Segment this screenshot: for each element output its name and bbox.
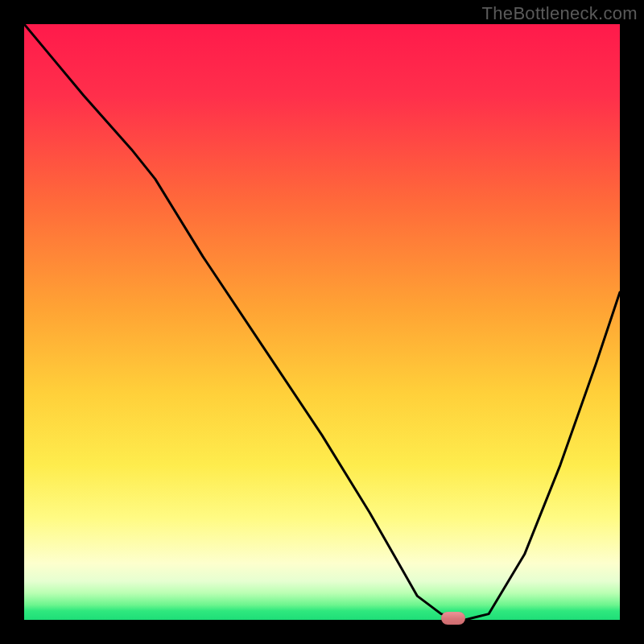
current-marker (441, 612, 465, 625)
watermark-text: TheBottleneck.com (482, 3, 638, 24)
gradient-background (24, 24, 620, 620)
chart-canvas (0, 0, 644, 644)
chart-root: TheBottleneck.com (0, 0, 644, 644)
